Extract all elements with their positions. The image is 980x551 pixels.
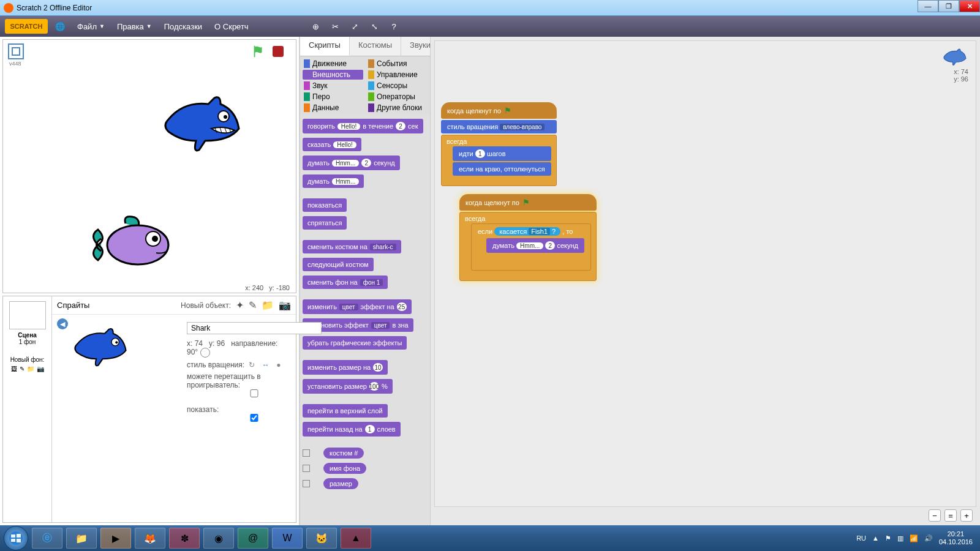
task-word[interactable]: W bbox=[272, 528, 303, 549]
backdrop-paint-icon[interactable]: ✎ bbox=[20, 365, 24, 372]
tab-scripts[interactable]: Скрипты bbox=[300, 37, 350, 56]
zoom-out-button[interactable]: − bbox=[929, 509, 941, 522]
block-change-effect[interactable]: изменитьцветэффект на25 bbox=[303, 299, 412, 314]
block-switch-backdrop[interactable]: сменить фон нафон 1 bbox=[303, 276, 388, 289]
rotation-leftright-button[interactable]: ↔ bbox=[262, 361, 270, 369]
cut-icon[interactable]: ✂ bbox=[330, 21, 341, 32]
block-switch-costume[interactable]: сменить костюм наshark-c bbox=[303, 240, 401, 253]
script-1[interactable]: когда щелкнут по⚑ стиль вращения влево-в… bbox=[441, 102, 557, 186]
tray-battery-icon[interactable]: ▥ bbox=[897, 534, 903, 542]
sprite-library-icon[interactable]: ✦ bbox=[236, 299, 244, 311]
block-next-costume[interactable]: следующий костюм bbox=[303, 258, 374, 271]
block-change-size[interactable]: изменить размер на10 bbox=[303, 360, 388, 375]
rotation-allround-button[interactable]: ↻ bbox=[249, 361, 255, 369]
block-when-flag-1[interactable]: когда щелкнут по⚑ bbox=[441, 102, 557, 119]
menu-tips[interactable]: Подсказки bbox=[158, 22, 208, 31]
block-hide[interactable]: спрятаться bbox=[303, 216, 347, 230]
help-icon[interactable]: ? bbox=[388, 21, 399, 32]
task-media[interactable]: ▶ bbox=[100, 528, 131, 549]
stamp-icon[interactable]: ⊕ bbox=[310, 21, 321, 32]
cat-data[interactable]: Данные bbox=[303, 103, 363, 113]
block-bounce-edge[interactable]: если на краю, оттолкнуться bbox=[453, 162, 551, 176]
tray-volume-icon[interactable]: 🔊 bbox=[924, 534, 933, 542]
cat-control[interactable]: Управление bbox=[367, 70, 428, 80]
sprite-paint-icon[interactable]: ✎ bbox=[249, 299, 257, 311]
scratch-logo[interactable]: SCRATCH bbox=[5, 19, 48, 34]
reporter-bg-name[interactable]: имя фона bbox=[323, 463, 366, 474]
task-app-red[interactable]: ✽ bbox=[169, 528, 200, 549]
cat-looks[interactable]: Внешность bbox=[303, 70, 363, 80]
block-clear-effects[interactable]: убрать графические эффекты bbox=[303, 336, 407, 350]
cat-events[interactable]: События bbox=[367, 59, 428, 69]
block-go-back[interactable]: перейти назад на1слоев bbox=[303, 422, 401, 437]
sprite-back-button[interactable]: ◀ bbox=[57, 318, 68, 329]
stage[interactable]: v448 x: 240 y: -180 bbox=[2, 39, 296, 293]
grow-icon[interactable]: ⤢ bbox=[349, 21, 360, 32]
backdrop-upload-icon[interactable]: 📁 bbox=[27, 365, 34, 372]
task-firefox[interactable]: 🦊 bbox=[135, 528, 165, 549]
tray-flag-icon[interactable]: ⚑ bbox=[885, 534, 891, 542]
direction-dial[interactable] bbox=[200, 348, 210, 358]
block-forever-2[interactable]: всегда если касается Fish1 ? , то думать… bbox=[459, 212, 597, 281]
block-think-script[interactable]: думать Hmm... 2 секунд bbox=[486, 238, 584, 253]
tray-network-icon[interactable]: 📶 bbox=[910, 534, 918, 542]
draggable-checkbox[interactable] bbox=[187, 389, 322, 397]
sprite-thumbnail-shark[interactable] bbox=[73, 327, 128, 370]
block-think[interactable]: думатьHmm... bbox=[303, 174, 364, 188]
reporter-size[interactable]: размер bbox=[323, 478, 358, 489]
reporter-costume-num[interactable]: костюм # bbox=[323, 448, 364, 459]
start-button[interactable] bbox=[4, 526, 28, 550]
block-say-for[interactable]: говоритьHello!в течение2сек bbox=[303, 119, 423, 133]
cat-motion[interactable]: Движение bbox=[303, 59, 363, 69]
block-say[interactable]: сказатьHello! bbox=[303, 138, 361, 151]
sprite-name-input[interactable] bbox=[187, 322, 322, 334]
task-scratch[interactable]: 🐱 bbox=[306, 528, 337, 549]
arg-touching[interactable]: касается Fish1 ? bbox=[494, 227, 560, 236]
block-move-steps[interactable]: идти 1 шагов bbox=[453, 146, 551, 161]
cat-sensing[interactable]: Сенсоры bbox=[367, 81, 428, 91]
scripts-canvas[interactable]: когда щелкнут по⚑ стиль вращения влево-в… bbox=[434, 40, 976, 507]
task-chrome[interactable]: ◉ bbox=[203, 528, 234, 549]
rotation-none-button[interactable]: ● bbox=[276, 361, 281, 369]
stage-thumbnail[interactable] bbox=[9, 301, 46, 329]
cat-more[interactable]: Другие блоки bbox=[367, 103, 428, 113]
block-think-for[interactable]: думатьHmm...2секунд bbox=[303, 156, 400, 170]
cat-pen[interactable]: Перо bbox=[303, 92, 363, 102]
tray-arrow-icon[interactable]: ▲ bbox=[872, 534, 879, 542]
tray-clock[interactable]: 20:2104.10.2016 bbox=[939, 530, 973, 546]
sprite-fish-stage[interactable] bbox=[89, 211, 181, 279]
menu-edit[interactable]: Правка▼ bbox=[111, 22, 158, 31]
checkbox-costume-num[interactable] bbox=[303, 449, 310, 457]
menu-file[interactable]: Файл▼ bbox=[71, 22, 111, 31]
task-explorer[interactable]: 📁 bbox=[66, 528, 97, 549]
checkbox-size[interactable] bbox=[303, 480, 310, 487]
checkbox-bg-name[interactable] bbox=[303, 465, 310, 472]
sprite-camera-icon[interactable]: 📷 bbox=[279, 299, 291, 311]
green-flag-button[interactable] bbox=[252, 45, 265, 58]
task-app-green[interactable]: @ bbox=[238, 528, 268, 549]
block-forever-1[interactable]: всегда идти 1 шагов если на краю, оттолк… bbox=[441, 135, 557, 186]
globe-icon[interactable]: 🌐 bbox=[55, 22, 65, 31]
cat-operators[interactable]: Операторы bbox=[367, 92, 428, 102]
zoom-reset-button[interactable]: = bbox=[944, 509, 957, 522]
stop-button[interactable] bbox=[273, 46, 284, 57]
cat-sound[interactable]: Звук bbox=[303, 81, 363, 91]
block-when-flag-2[interactable]: когда щелкнут по⚑ bbox=[459, 194, 597, 211]
menu-about[interactable]: О Скретч bbox=[208, 22, 255, 31]
backdrop-library-icon[interactable]: 🖼 bbox=[11, 365, 17, 372]
tab-costumes[interactable]: Костюмы bbox=[350, 37, 401, 56]
window-close-button[interactable]: ✕ bbox=[959, 0, 980, 12]
script-2[interactable]: когда щелкнут по⚑ всегда если касается F… bbox=[459, 194, 597, 281]
window-maximize-button[interactable]: ❐ bbox=[938, 0, 959, 12]
tray-lang[interactable]: RU bbox=[856, 534, 866, 542]
shrink-icon[interactable]: ⤡ bbox=[369, 21, 380, 32]
fullscreen-button[interactable] bbox=[8, 43, 24, 59]
sprite-shark-stage[interactable] bbox=[162, 95, 242, 156]
zoom-in-button[interactable]: + bbox=[960, 509, 973, 522]
window-minimize-button[interactable]: — bbox=[918, 0, 938, 12]
sprite-upload-icon[interactable]: 📁 bbox=[262, 299, 274, 311]
block-show[interactable]: показаться bbox=[303, 198, 347, 212]
backdrop-camera-icon[interactable]: 📷 bbox=[37, 365, 44, 372]
task-ie[interactable]: ⓔ bbox=[32, 528, 62, 549]
block-set-rotation-style[interactable]: стиль вращения влево-вправо bbox=[441, 120, 557, 133]
